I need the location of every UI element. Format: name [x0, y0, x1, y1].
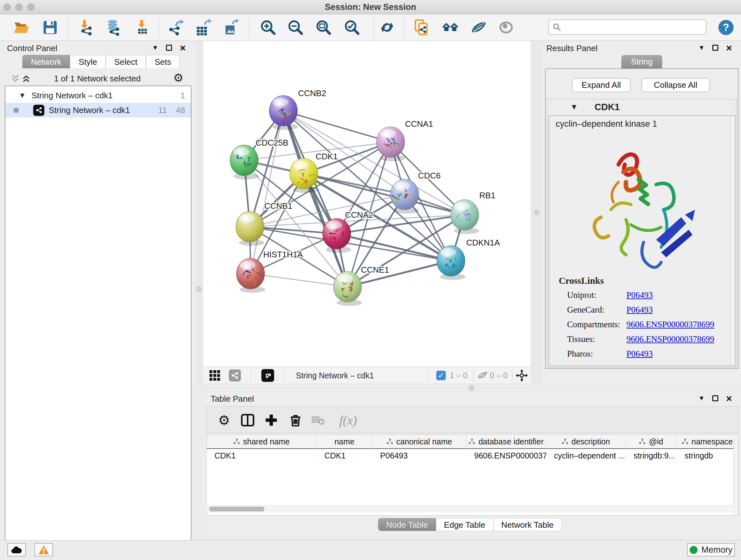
column-header-namespace[interactable]: namespace	[677, 435, 738, 449]
table-cell[interactable]: CDK1	[207, 449, 317, 463]
left-splitter[interactable]	[195, 41, 203, 384]
network-row[interactable]: String Network – cdk1 11 48	[5, 103, 191, 118]
new-network-from-selection-icon[interactable]	[413, 19, 430, 36]
memory-button[interactable]: Memory	[687, 543, 735, 557]
open-session-icon[interactable]	[13, 19, 30, 36]
save-session-icon[interactable]	[42, 19, 59, 36]
zoom-selected-icon[interactable]	[343, 19, 360, 36]
selected-count: 1 – 0	[450, 369, 468, 382]
cloud-icon	[11, 546, 22, 554]
gear-icon[interactable]: ⚙	[173, 71, 184, 84]
table-vertical-scrollbar[interactable]	[733, 435, 738, 516]
show-columns-icon[interactable]	[239, 411, 257, 429]
column-header-canonical-name[interactable]: canonical name	[373, 435, 467, 449]
panel-menu-icon[interactable]: ▼	[698, 44, 705, 51]
gene-name: CDK1	[595, 102, 620, 112]
show-all-icon[interactable]	[497, 19, 515, 36]
cloud-button[interactable]	[7, 543, 26, 557]
tab-node-table[interactable]: Node Table	[378, 518, 436, 531]
export-table-icon[interactable]	[195, 19, 212, 36]
expand-all-button[interactable]: Expand All	[572, 78, 630, 92]
column-header-database-identifier[interactable]: database identifier	[467, 435, 546, 449]
tab-network-table[interactable]: Network Table	[493, 518, 562, 531]
control-panel-tabs: NetworkStyleSelectSets	[22, 55, 180, 68]
table-panel: Table Panel ▼ × ⚙ f(x) shared	[203, 392, 741, 540]
tab-network[interactable]: Network	[22, 55, 70, 68]
table-settings-gear-icon[interactable]: ⚙	[215, 411, 233, 429]
crosslink-value[interactable]: P06493	[626, 349, 653, 359]
edge-CCNA2-CDKN1A[interactable]	[337, 234, 451, 261]
function-builder-icon[interactable]: f(x)	[334, 411, 362, 429]
export-image-icon[interactable]	[222, 19, 240, 36]
delete-column-icon[interactable]	[286, 411, 305, 429]
import-network-file-icon[interactable]	[78, 19, 95, 36]
tab-edge-table[interactable]: Edge Table	[436, 518, 493, 531]
column-header-shared-name[interactable]: shared name	[207, 435, 317, 449]
crosslink-value[interactable]: 9606.ENSP00000378699	[626, 334, 714, 344]
edge-CCNB2-CCNA1[interactable]	[283, 111, 391, 142]
collapse-all-button[interactable]: Collapse All	[642, 78, 710, 92]
table-row[interactable]: CDK1CDK1P064939606.ENSP00000378699cyclin…	[207, 449, 738, 463]
network-badge-icon[interactable]	[229, 369, 241, 382]
panel-float-icon[interactable]	[712, 45, 718, 51]
table-cell[interactable]: cyclin–dependent ...	[546, 449, 626, 463]
zoom-fit-icon[interactable]	[315, 19, 332, 36]
tab-sets[interactable]: Sets	[146, 55, 180, 68]
crosslink-value[interactable]: 9606.ENSP00000378699	[626, 320, 714, 329]
horizontal-splitter[interactable]	[203, 384, 741, 392]
table-cell[interactable]: 9606.ENSP00000378699	[467, 449, 546, 463]
panel-menu-icon[interactable]: ▼	[152, 44, 158, 51]
crosslink-value[interactable]: P06493	[626, 290, 653, 300]
delete-table-icon[interactable]	[309, 411, 327, 429]
collection-expander-icon[interactable]: ▼	[19, 91, 26, 100]
panel-close-icon[interactable]: ×	[726, 395, 732, 401]
import-network-database-icon[interactable]	[105, 19, 122, 36]
selected-checkbox-icon[interactable]: ✓	[436, 369, 446, 382]
tab-select[interactable]: Select	[106, 55, 146, 68]
section-expander-icon[interactable]: ▼	[570, 103, 578, 111]
apply-layout-icon[interactable]	[379, 19, 396, 36]
fit-content-icon[interactable]	[515, 369, 528, 382]
node-gloss	[273, 98, 288, 106]
right-splitter[interactable]	[531, 41, 542, 384]
table-cell[interactable]: CDK1	[317, 449, 373, 463]
gene-section-header[interactable]: ▼ CDK1	[547, 99, 736, 115]
column-type-icon	[233, 437, 240, 446]
birds-eye-view-icon[interactable]	[261, 369, 274, 382]
results-scrollbar[interactable]	[730, 116, 735, 366]
table-cell[interactable]: P06493	[373, 449, 467, 463]
warnings-button[interactable]	[35, 543, 53, 557]
network-collection-row[interactable]: ▼ String Network – cdk1 1	[5, 88, 191, 103]
panel-close-icon[interactable]: ×	[726, 45, 732, 51]
column-header-description[interactable]: description	[546, 435, 626, 449]
import-table-file-icon[interactable]	[134, 19, 151, 36]
scrollbar-thumb[interactable]	[209, 507, 265, 511]
column-header-name[interactable]: name	[317, 435, 373, 449]
export-network-icon[interactable]	[167, 19, 185, 36]
table-horizontal-scrollbar[interactable]	[206, 505, 734, 512]
panel-float-icon[interactable]	[166, 45, 172, 51]
table-cell[interactable]: stringdb	[677, 449, 738, 463]
crosslink-row: Tissues:9606.ENSP00000378699	[549, 333, 735, 348]
node-label-cdc6: CDC6	[418, 171, 441, 180]
first-neighbors-icon[interactable]	[442, 19, 459, 36]
hide-selected-icon[interactable]	[470, 19, 487, 36]
zoom-out-icon[interactable]	[287, 19, 304, 36]
panel-close-icon[interactable]: ×	[180, 45, 186, 51]
add-column-icon[interactable]	[262, 411, 280, 429]
help-icon[interactable]: ?	[718, 19, 735, 36]
column-header--id[interactable]: @id	[626, 435, 677, 449]
tab-style[interactable]: Style	[70, 55, 106, 68]
toolbar-separator	[249, 17, 250, 37]
grid-view-icon[interactable]	[209, 369, 220, 382]
edge-CCNE1-HIST1H1A[interactable]	[251, 273, 347, 287]
edge-CCNB2-HIST1H1A[interactable]	[251, 111, 283, 273]
tab-string[interactable]: String	[621, 55, 662, 68]
zoom-in-icon[interactable]	[259, 19, 277, 36]
network-canvas[interactable]: CCNB2CCNA1CDC25BCDK1CDC6RB1CCNB1CCNA2CDK…	[203, 41, 531, 367]
search-input[interactable]	[562, 23, 706, 32]
panel-menu-icon[interactable]: ▼	[698, 395, 705, 402]
crosslink-value[interactable]: P06493	[626, 305, 653, 315]
panel-float-icon[interactable]	[712, 395, 718, 401]
table-cell[interactable]: stringdb:9...	[626, 449, 677, 463]
